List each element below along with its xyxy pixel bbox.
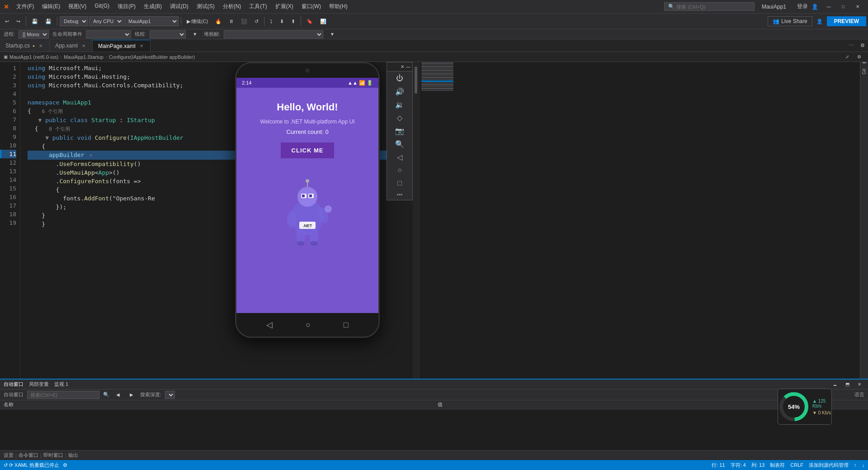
nav-back-button[interactable]: ◁ <box>266 320 273 330</box>
menu-test[interactable]: 测试(S) <box>193 2 218 11</box>
breadcrumb-namespace[interactable]: MauiApp1.Startup <box>64 54 104 60</box>
process-label: 进程: <box>4 31 15 38</box>
tab-startup-cs-close[interactable]: ✕ <box>38 43 44 49</box>
search-next-button[interactable]: ▶ <box>127 391 137 399</box>
filter-button[interactable]: ▼ <box>189 30 200 38</box>
emu-zoom-button[interactable]: 🔍 <box>392 138 408 150</box>
phone-signal-icons: ▲▲ 📶 🔋 <box>348 80 373 86</box>
editor-scrollbar[interactable] <box>413 62 419 379</box>
breadcrumb-method[interactable]: Configure(IAppHostBuilder appBuilder) <box>109 54 195 60</box>
breadcrumb-project[interactable]: MauiApp1 (net6.0-ios) <box>9 54 58 60</box>
tab-settings-button[interactable]: ⚙ <box>857 39 868 52</box>
click-me-button[interactable]: CLICK ME <box>281 142 335 158</box>
menu-analyze[interactable]: 分析(N) <box>219 2 245 11</box>
live-share-button[interactable]: 👥 Live Share <box>768 16 812 26</box>
menu-tools[interactable]: 工具(T) <box>245 2 270 11</box>
nav-recent-button[interactable]: □ <box>344 320 349 330</box>
emu-home-nav-button[interactable]: ○ <box>392 164 408 176</box>
output-tab[interactable]: 输出 <box>68 452 78 459</box>
breadcrumb-expand-button[interactable]: ⤢ <box>842 53 852 61</box>
emu-close-icon[interactable]: ✕ <box>401 64 404 69</box>
menu-file[interactable]: 文件(F) <box>13 2 38 11</box>
step-over-button[interactable]: ⤵ <box>267 16 276 27</box>
search-input[interactable] <box>676 4 740 9</box>
stack-dropdown[interactable] <box>224 30 323 38</box>
menu-build[interactable]: 生成(B) <box>140 2 165 11</box>
panel-collapse-button[interactable]: 🗕 <box>830 380 840 389</box>
menu-edit[interactable]: 编辑(E) <box>38 2 64 11</box>
menu-help[interactable]: 帮助(H) <box>326 2 351 11</box>
profile-button[interactable]: 👤 <box>813 16 826 27</box>
maximize-button[interactable]: □ <box>836 2 850 11</box>
download-speed-value: 0 <box>818 410 821 415</box>
undo-button[interactable]: ↩ <box>2 16 12 27</box>
project-dropdown[interactable]: MauiApp1 <box>124 16 179 26</box>
emu-power-button[interactable]: ⏻ <box>392 72 408 85</box>
search-box[interactable]: 🔍 <box>664 2 755 11</box>
local-vars-tab[interactable]: 局部变量 <box>29 381 49 388</box>
close-button[interactable]: ✕ <box>851 2 864 11</box>
scrollbar-thumb[interactable] <box>415 66 417 94</box>
panel-float-button[interactable]: ⬒ <box>842 380 853 389</box>
user-icon[interactable]: 👤 <box>811 4 818 10</box>
tab-app-xaml-close[interactable]: ✕ <box>80 43 87 49</box>
watch-tab[interactable]: 监视 1 <box>54 381 68 388</box>
menu-git[interactable]: Git(G) <box>91 2 113 11</box>
save-all-button[interactable]: 💾 <box>42 16 55 27</box>
tab-mainpage-xaml[interactable]: MainPage.xaml ✕ <box>93 40 151 52</box>
menu-view[interactable]: 视图(V) <box>65 2 90 11</box>
status-source-control[interactable]: 添加到源代码管理 <box>809 462 849 469</box>
status-settings-icon[interactable]: ⚙ <box>63 462 67 468</box>
command-window-tab[interactable]: 命令窗口 <box>19 452 38 459</box>
process-dropdown[interactable]: [] Mono <box>19 30 49 38</box>
tab-startup-cs[interactable]: Startup.cs ● ✕ <box>0 40 50 52</box>
diagnostic-button[interactable]: 📊 <box>317 16 330 27</box>
sign-in-button[interactable]: 登录 <box>793 2 811 11</box>
continue-button[interactable]: ▶ 继续(C) <box>184 16 211 27</box>
tab-menu-button[interactable]: ⋯ <box>846 39 857 52</box>
auto-window-tab[interactable]: 自动窗口 <box>4 381 24 388</box>
preview-button[interactable]: PREVIEW <box>827 16 866 26</box>
restart-button[interactable]: ↺ <box>251 16 262 27</box>
panel-close-button[interactable]: ✕ <box>854 380 864 389</box>
tab-app-xaml[interactable]: App.xaml ✕ <box>50 40 93 52</box>
stop-button[interactable]: ⬛ <box>238 16 250 27</box>
emu-back-nav-button[interactable]: ◁ <box>392 151 408 163</box>
menu-project[interactable]: 项目(P) <box>114 2 139 11</box>
pause-button[interactable]: ⏸ <box>226 16 237 27</box>
nav-home-button[interactable]: ○ <box>306 320 311 330</box>
emu-more-button[interactable]: ••• <box>387 190 412 200</box>
hot-reload-button[interactable]: 🔥 <box>212 16 225 27</box>
lifecycle-dropdown[interactable] <box>86 30 131 38</box>
minimize-button[interactable]: — <box>822 2 835 11</box>
step-into-button[interactable]: ⬇ <box>277 16 287 27</box>
status-up-icon: ↑ <box>854 462 857 468</box>
emu-recent-nav-button[interactable]: □ <box>392 177 408 190</box>
emu-screenshot-button[interactable]: 📷 <box>392 124 408 137</box>
redo-button[interactable]: ↪ <box>13 16 24 27</box>
emu-vol-down-button[interactable]: 🔊 <box>392 85 408 98</box>
emu-rotate-button[interactable]: ◇ <box>392 111 408 124</box>
emu-vol-up-button[interactable]: 🔉 <box>392 98 408 111</box>
auto-search-input[interactable] <box>27 391 99 399</box>
thread-dropdown[interactable] <box>150 30 186 38</box>
debug-mode-dropdown[interactable]: Debug <box>60 16 88 26</box>
git-panel-label[interactable]: Git 设置 <box>861 66 868 76</box>
menu-debug[interactable]: 调试(D) <box>166 2 192 11</box>
emu-min-icon[interactable]: — <box>406 64 410 69</box>
search-prev-button[interactable]: ◀ <box>113 391 123 399</box>
save-button[interactable]: 💾 <box>28 16 41 27</box>
bookmark-button[interactable]: 🔖 <box>303 16 316 27</box>
immediate-window-tab[interactable]: 即时窗口 <box>43 452 63 459</box>
stack-filter-button[interactable]: ▼ <box>327 30 338 38</box>
search-depth-select[interactable] <box>165 391 175 399</box>
breadcrumb-settings-button[interactable]: ⚙ <box>854 53 864 61</box>
menu-extensions[interactable]: 扩展(X) <box>272 2 297 11</box>
language-selector[interactable]: 语言 <box>854 391 864 398</box>
tab-mainpage-xaml-close[interactable]: ✕ <box>138 43 145 49</box>
step-out-button[interactable]: ⬆ <box>288 16 298 27</box>
platform-dropdown[interactable]: Any CPU <box>89 16 123 26</box>
error-settings-tab[interactable]: 设置 <box>4 452 14 459</box>
menu-window[interactable]: 窗口(W) <box>298 2 325 11</box>
status-bar: ↺ ⟳ XAML 热重载已停止 ⚙ 行: 11 字符: 4 列: 13 制表符 … <box>0 460 868 470</box>
